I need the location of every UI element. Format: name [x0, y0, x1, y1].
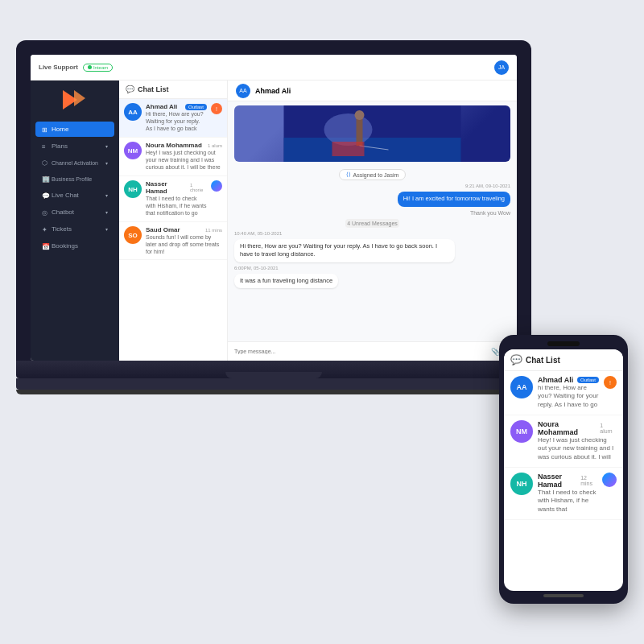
- svg-rect-8: [332, 142, 365, 156]
- tickets-icon: ✦: [42, 226, 48, 233]
- home-icon: ⊞: [42, 126, 48, 133]
- received-message: Hi there, How are you? Waiting for your …: [234, 239, 455, 262]
- bookings-icon: 📅: [42, 243, 48, 250]
- laptop: Live Support Inteam JA: [16, 40, 531, 394]
- status-badge: Inteam: [83, 64, 113, 72]
- logo-icon: [63, 90, 87, 109]
- message-area: AA Ahmad Ali: [228, 80, 517, 361]
- mobile-info-1: Ahmad Ali Outlast hi there, How are you?…: [538, 376, 599, 410]
- sidebar-item-bookings[interactable]: 📅 Bookings: [35, 238, 114, 254]
- chat-list-panel: 💬 Chat List AA Ahmad Ali Ou: [119, 80, 228, 361]
- home-indicator: [543, 594, 584, 597]
- chat-item-2[interactable]: NM Noura Mohammad 1 alum Hey! I was just…: [119, 138, 227, 176]
- chat-info-3: Nasser Hamad 1 chorie That I need to che…: [146, 180, 207, 217]
- svg-rect-3: [284, 138, 461, 162]
- mobile-info-2: Noura Mohammad 1 alum Hey! I was just ch…: [538, 420, 617, 462]
- sidebar-item-channel[interactable]: ⬡ Channel Activation ▾: [35, 155, 114, 170]
- notif-icon-1: !: [211, 103, 222, 114]
- chat-info-1: Ahmad Ali Outlast Hi there, How are you?…: [146, 103, 207, 133]
- mobile-notif-1: !: [604, 376, 617, 389]
- app-title-bar: Live Support: [39, 64, 78, 71]
- mobile-avatar-1: AA: [510, 376, 533, 398]
- message-hero: [234, 105, 510, 162]
- messenger-icon-3: [211, 180, 222, 192]
- svg-point-6: [355, 110, 365, 120]
- sidebar: ⊞ Home ≡ Plans ▾ ⬡ Channel Activation ▾: [31, 80, 119, 361]
- chat-avatar-4: SO: [124, 226, 142, 244]
- msg-timestamp-3: 6:00PM, 05-10-2021: [234, 266, 510, 270]
- chat-info-2: Noura Mohammad 1 alum Hey! I was just ch…: [146, 142, 222, 171]
- sidebar-item-tickets[interactable]: ✦ Tickets ▾: [35, 221, 114, 237]
- hero-svg: [234, 105, 510, 162]
- sidebar-item-livechat[interactable]: 💬 Live Chat ▾: [35, 188, 114, 203]
- sidebar-item-home[interactable]: ⊞ Home: [35, 122, 114, 137]
- chat-info-4: Saud Omar 11 mins Sounds fun! I will com…: [146, 226, 222, 255]
- content-body: 💬 Chat List AA Ahmad Ali Ou: [119, 80, 517, 361]
- mobile: 💬 Chat List AA Ahmad Ali Outlast hi ther…: [499, 335, 628, 604]
- plans-icon: ≡: [42, 143, 48, 150]
- laptop-stand: [16, 378, 531, 390]
- chat-avatar-1: AA: [124, 103, 142, 121]
- sidebar-item-chatbot[interactable]: ◎ Chatbot ▾: [35, 204, 114, 220]
- mobile-chat-item-3[interactable]: NH Nasser Hamad 12 mins That I need to c…: [504, 468, 623, 520]
- camera-notch: [547, 341, 580, 346]
- chat-item-3[interactable]: NH Nasser Hamad 1 chorie That I need to …: [119, 176, 227, 222]
- mobile-chat-list-header: 💬 Chat List: [504, 349, 623, 371]
- reaction-bar: Thank you Wow: [470, 210, 510, 216]
- mobile-messenger-icon: [602, 473, 617, 487]
- channel-icon: ⬡: [42, 159, 48, 166]
- mobile-info-3: Nasser Hamad 12 mins That I need to chec…: [538, 473, 597, 514]
- laptop-screen: Live Support Inteam JA: [31, 55, 517, 361]
- message-header: AA Ahmad Ali: [228, 80, 517, 101]
- svg-rect-5: [357, 118, 363, 146]
- scene: Live Support Inteam JA: [16, 40, 628, 604]
- msg-timestamp-2: 10:40 AM, 05-10-2021: [234, 231, 510, 236]
- mobile-avatar-3: NH: [510, 473, 533, 495]
- last-message: It was a fun traveling long distance: [234, 274, 338, 289]
- sidebar-logo: [31, 87, 119, 113]
- message-input[interactable]: [234, 349, 488, 354]
- sidebar-item-business[interactable]: 🏢 Business Profile: [35, 171, 114, 186]
- livechat-icon: 💬: [42, 192, 48, 199]
- chatbot-icon: ◎: [42, 209, 48, 216]
- user-avatar[interactable]: JA: [494, 60, 509, 75]
- contact-name: Ahmad Ali: [255, 87, 291, 95]
- main-content: 💬 Chat List AA Ahmad Ali Ou: [119, 80, 517, 361]
- chat-list-header: 💬 Chat List: [119, 80, 227, 99]
- app-topbar: Live Support Inteam JA: [31, 55, 517, 80]
- mobile-frame: 💬 Chat List AA Ahmad Ali Outlast hi ther…: [499, 335, 628, 604]
- laptop-base: [16, 361, 531, 378]
- laptop-screen-outer: Live Support Inteam JA: [16, 40, 531, 361]
- chat-avatar-3: NH: [124, 180, 142, 198]
- svg-marker-1: [74, 90, 85, 106]
- message-input-bar: 📎 🖼: [228, 341, 517, 361]
- mobile-screen: 💬 Chat List AA Ahmad Ali Outlast hi ther…: [504, 349, 623, 591]
- svg-point-4: [324, 114, 373, 146]
- mobile-avatar-2: NM: [510, 420, 533, 443]
- unread-divider: 4 Unread Messages: [345, 219, 399, 228]
- chat-item-1[interactable]: AA Ahmad Ali Outlast Hi there, How are y…: [119, 99, 227, 138]
- inbound-dot: [88, 65, 92, 69]
- app-container: ⊞ Home ≡ Plans ▾ ⬡ Channel Activation ▾: [31, 80, 517, 361]
- assigned-badge: ⟨⟩ Assigned to Jasim: [339, 169, 407, 180]
- messages-body: ⟨⟩ Assigned to Jasim 9:21 AM, 09-10-2021…: [228, 166, 517, 341]
- hero-image: [234, 105, 510, 162]
- laptop-foot: [16, 390, 531, 394]
- chat-avatar-2: NM: [124, 142, 142, 159]
- business-icon: 🏢: [42, 175, 48, 182]
- msg-timestamp-1: 9:21 AM, 09-10-2021: [234, 184, 510, 188]
- sidebar-item-plans[interactable]: ≡ Plans ▾: [35, 138, 114, 154]
- contact-avatar: AA: [236, 84, 250, 98]
- mobile-chat-item-2[interactable]: NM Noura Mohammad 1 alum Hey! I was just…: [504, 415, 623, 468]
- chat-item-4[interactable]: SO Saud Omar 11 mins Sounds fun! I will …: [119, 222, 227, 260]
- mobile-chat-item-1[interactable]: AA Ahmad Ali Outlast hi there, How are y…: [504, 371, 623, 415]
- sent-message: Hi! I am excited for tomorrow traveling: [398, 192, 510, 207]
